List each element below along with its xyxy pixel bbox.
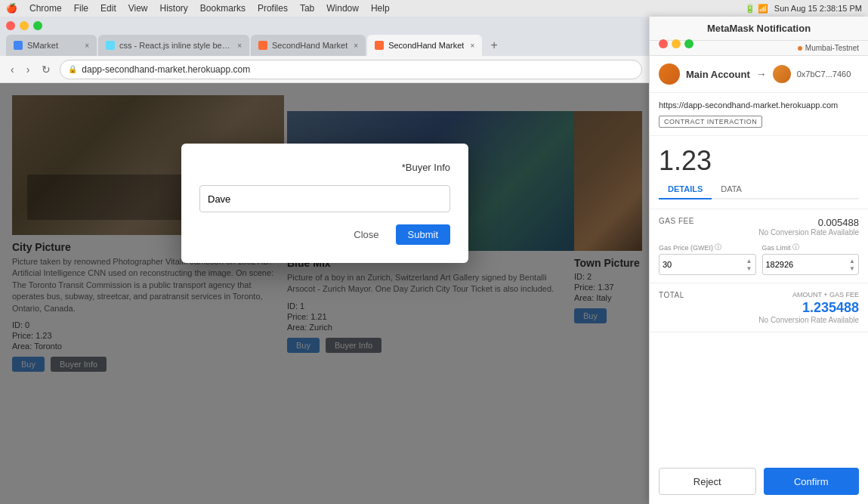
mm-gas-price-info-icon: ⓘ xyxy=(715,243,721,252)
maximize-window-button[interactable] xyxy=(33,21,42,30)
tab-favicon-secondhand1 xyxy=(258,41,267,50)
close-window-button[interactable] xyxy=(6,21,15,30)
mm-gas-limit-input[interactable]: 182926 ▲ ▼ xyxy=(762,254,860,275)
nav-bar: ‹ › ↻ 🔒 dapp-secondhand-market.herokuapp… xyxy=(0,56,650,83)
mm-gas-no-conversion: No Conversion Rate Available xyxy=(758,228,859,237)
mm-amount-gas-fee-label: AMOUNT + GAS FEE xyxy=(758,291,859,298)
tab-close-secondhand2[interactable]: × xyxy=(470,42,474,50)
tab-secondhand2[interactable]: SecondHand Market × xyxy=(367,35,482,56)
mm-network-dot xyxy=(798,46,802,51)
mm-gas-fee-value: 0.005488 xyxy=(758,217,859,228)
mm-total-section: TOTAL AMOUNT + GAS FEE 1.235488 No Conve… xyxy=(650,283,868,332)
back-button[interactable]: ‹ xyxy=(8,62,17,77)
mm-gas-price-input[interactable]: 30 ▲ ▼ xyxy=(659,254,756,275)
mm-gas-limit-info-icon: ⓘ xyxy=(792,243,799,252)
lock-icon: 🔒 xyxy=(68,65,77,73)
menu-view[interactable]: View xyxy=(128,3,148,14)
mac-menubar: 🍎 Chrome File Edit View History Bookmark… xyxy=(0,0,868,17)
tab-label-secondhand1: SecondHand Market xyxy=(272,41,348,50)
modal-submit-button[interactable]: Submit xyxy=(396,224,450,245)
modal-close-button[interactable]: Close xyxy=(344,224,388,245)
mm-traffic-lights xyxy=(659,39,693,48)
mm-gas-price-spinners[interactable]: ▲ ▼ xyxy=(746,258,752,272)
menu-chrome[interactable]: Chrome xyxy=(29,3,62,14)
mm-tab-details[interactable]: DETAILS xyxy=(659,180,712,199)
mm-tab-data[interactable]: DATA xyxy=(712,180,751,198)
traffic-lights xyxy=(6,21,644,30)
forward-button[interactable]: › xyxy=(23,62,33,77)
buyer-info-modal: *Buyer Info Close Submit xyxy=(181,144,468,263)
mm-gas-price-group: Gas Price (GWEI) ⓘ 30 ▲ ▼ xyxy=(659,243,756,275)
mm-amount-value: 1.23 xyxy=(659,145,859,177)
menu-profiles[interactable]: Profiles xyxy=(258,3,288,14)
mm-reject-button[interactable]: Reject xyxy=(659,468,756,495)
mm-contract-badge: CONTRACT INTERACTION xyxy=(659,116,762,128)
mm-avatar xyxy=(773,65,791,83)
mm-minimize-button[interactable] xyxy=(672,39,681,48)
tab-smarket[interactable]: SMarket × xyxy=(6,35,97,56)
tab-close-css[interactable]: × xyxy=(237,42,242,50)
mm-total-no-conversion: No Conversion Rate Available xyxy=(758,316,859,324)
modal-overlay: *Buyer Info Close Submit xyxy=(0,83,650,504)
mm-maximize-button[interactable] xyxy=(684,39,693,48)
mm-gas-limit-group: Gas Limit ⓘ 182926 ▲ ▼ xyxy=(762,243,860,275)
tab-close-smarket[interactable]: × xyxy=(85,42,89,50)
mm-gas-section: GAS FEE 0.005488 No Conversion Rate Avai… xyxy=(650,209,868,283)
mm-url-section: https://dapp-secondhand-market.herokuapp… xyxy=(650,93,868,136)
mm-total-label: TOTAL xyxy=(659,291,684,299)
reload-button[interactable]: ↻ xyxy=(39,62,54,77)
menu-file[interactable]: File xyxy=(74,3,88,14)
menu-window[interactable]: Window xyxy=(326,3,359,14)
mm-arrow-icon: → xyxy=(756,68,767,80)
modal-title: *Buyer Info xyxy=(199,162,450,173)
tabs-bar: SMarket × css - React.js inline style be… xyxy=(6,35,644,56)
mm-gas-limit-value: 182926 xyxy=(766,260,794,269)
metamask-fox-icon xyxy=(659,63,680,85)
buyer-info-input[interactable] xyxy=(199,185,450,212)
mm-gas-limit-spinners[interactable]: ▲ ▼ xyxy=(849,258,855,272)
clock: Sun Aug 15 2:38:15 PM xyxy=(774,4,862,13)
mm-confirm-button[interactable]: Confirm xyxy=(764,468,860,495)
mm-action-buttons: Reject Confirm xyxy=(650,459,868,504)
mm-tabs-row: DETAILS DATA xyxy=(659,180,859,199)
browser-window: SMarket × css - React.js inline style be… xyxy=(0,17,650,504)
minimize-window-button[interactable] xyxy=(20,21,29,30)
mm-header: MetaMask Notification xyxy=(650,17,868,41)
mm-window-title: MetaMask Notification xyxy=(707,23,811,34)
mm-gas-price-label: Gas Price (GWEI) ⓘ xyxy=(659,243,756,252)
system-icons: 🔋 📶 xyxy=(745,4,768,14)
browser-content: City Picture Picture taken by renowned P… xyxy=(0,83,650,504)
mm-account-row: Main Account → 0x7bC7...7460 xyxy=(650,56,868,93)
mm-gas-limit-label: Gas Limit ⓘ xyxy=(762,243,860,252)
tab-label-css: css - React.js inline style best... xyxy=(119,41,231,50)
tab-favicon-secondhand2 xyxy=(375,41,384,50)
mm-account-address: 0x7bC7...7460 xyxy=(797,70,851,79)
tab-close-secondhand1[interactable]: × xyxy=(354,42,358,50)
mm-amount-section: 1.23 DETAILS DATA xyxy=(650,136,868,209)
mm-url-text: https://dapp-secondhand-market.herokuapp… xyxy=(659,100,859,110)
address-text: dapp-secondhand-market.herokuapp.com xyxy=(82,64,250,75)
menu-bookmarks[interactable]: Bookmarks xyxy=(200,3,246,14)
mm-gas-inputs-row: Gas Price (GWEI) ⓘ 30 ▲ ▼ Gas Limit ⓘ xyxy=(659,243,859,275)
modal-actions: Close Submit xyxy=(199,224,450,245)
tab-label-smarket: SMarket xyxy=(27,41,79,50)
mm-gas-price-value: 30 xyxy=(663,260,672,269)
tab-favicon-smarket xyxy=(14,41,23,50)
tab-secondhand1[interactable]: SecondHand Market × xyxy=(251,35,366,56)
mm-close-button[interactable] xyxy=(659,39,668,48)
apple-menu[interactable]: 🍎 xyxy=(6,3,17,14)
tab-favicon-css xyxy=(106,41,115,50)
new-tab-button[interactable]: + xyxy=(483,35,505,56)
menu-tab[interactable]: Tab xyxy=(300,3,314,14)
menu-help[interactable]: Help xyxy=(371,3,390,14)
menu-edit[interactable]: Edit xyxy=(100,3,116,14)
browser-chrome: SMarket × css - React.js inline style be… xyxy=(0,17,650,56)
menu-history[interactable]: History xyxy=(160,3,188,14)
mm-network-name: Mumbai-Testnet xyxy=(805,44,859,52)
mm-gas-fee-label: GAS FEE xyxy=(659,217,694,225)
tab-css[interactable]: css - React.js inline style best... × xyxy=(98,35,249,56)
mm-account-name: Main Account xyxy=(686,69,750,80)
tab-label-secondhand2: SecondHand Market xyxy=(388,41,464,50)
address-bar[interactable]: 🔒 dapp-secondhand-market.herokuapp.com xyxy=(60,60,642,79)
mm-total-value: 1.235488 xyxy=(758,300,859,316)
